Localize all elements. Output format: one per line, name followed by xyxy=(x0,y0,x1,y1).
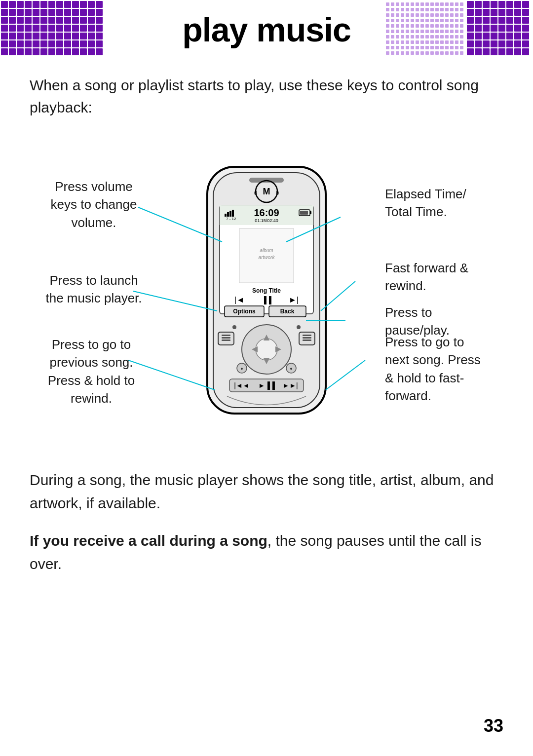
svg-rect-90 xyxy=(88,48,95,55)
svg-rect-227 xyxy=(455,24,458,28)
svg-rect-217 xyxy=(406,24,409,28)
svg-rect-104 xyxy=(491,9,497,16)
svg-rect-73 xyxy=(56,40,63,47)
svg-rect-144 xyxy=(491,48,497,55)
svg-rect-183 xyxy=(396,13,399,17)
svg-rect-267 xyxy=(416,40,419,44)
svg-rect-146 xyxy=(506,48,513,55)
svg-rect-307 xyxy=(455,51,458,55)
annotation-prev-song: Press to go toprevious song.Press & hold… xyxy=(35,336,148,408)
svg-rect-326 xyxy=(310,211,311,214)
call-during-song-bold: If you receive a call during a song xyxy=(30,532,267,549)
svg-rect-174 xyxy=(430,8,434,11)
svg-rect-96 xyxy=(491,1,497,8)
svg-rect-276 xyxy=(460,40,463,44)
svg-rect-83 xyxy=(33,48,39,55)
svg-rect-238 xyxy=(430,30,434,33)
svg-rect-224 xyxy=(440,24,444,28)
svg-rect-85 xyxy=(48,48,55,55)
svg-rect-258 xyxy=(450,35,454,38)
svg-rect-99 xyxy=(514,1,521,8)
svg-rect-320 xyxy=(229,211,231,217)
svg-rect-165 xyxy=(386,8,389,11)
svg-rect-194 xyxy=(450,13,454,17)
svg-text:16:09: 16:09 xyxy=(254,207,279,218)
svg-rect-16 xyxy=(17,9,24,16)
svg-rect-139 xyxy=(514,40,521,47)
svg-rect-27 xyxy=(1,17,8,24)
svg-rect-108 xyxy=(522,9,529,16)
svg-text:M: M xyxy=(263,187,270,196)
phone-svg: M 0 0 7 - 12 16:09 01 xyxy=(202,162,331,418)
svg-rect-71 xyxy=(40,40,47,47)
svg-rect-286 xyxy=(430,46,434,49)
svg-rect-106 xyxy=(506,9,513,16)
svg-rect-32 xyxy=(40,17,47,24)
svg-rect-273 xyxy=(445,40,449,44)
svg-rect-115 xyxy=(514,17,521,24)
svg-rect-284 xyxy=(420,46,424,49)
svg-text:Back: Back xyxy=(280,308,295,315)
annotation-volume: Press volumekeys to changevolume. xyxy=(39,178,148,231)
svg-rect-244 xyxy=(460,30,463,33)
svg-line-369 xyxy=(326,360,365,390)
svg-rect-272 xyxy=(440,40,444,44)
svg-rect-102 xyxy=(475,9,482,16)
svg-rect-195 xyxy=(455,13,458,17)
svg-text:0: 0 xyxy=(276,190,279,196)
svg-rect-18 xyxy=(33,9,39,16)
svg-rect-274 xyxy=(450,40,454,44)
svg-rect-3 xyxy=(17,1,24,8)
svg-rect-19 xyxy=(40,9,47,16)
svg-rect-98 xyxy=(506,1,513,8)
svg-rect-29 xyxy=(17,17,24,24)
svg-rect-152 xyxy=(401,2,404,6)
svg-rect-49 xyxy=(72,25,79,32)
svg-rect-254 xyxy=(430,35,434,38)
svg-rect-91 xyxy=(96,48,103,55)
svg-rect-38 xyxy=(88,17,95,24)
svg-rect-277 xyxy=(386,46,389,49)
svg-rect-20 xyxy=(48,9,55,16)
svg-rect-269 xyxy=(425,40,429,44)
svg-rect-4 xyxy=(25,1,32,8)
svg-rect-86 xyxy=(56,48,63,55)
svg-rect-182 xyxy=(391,13,394,17)
svg-rect-114 xyxy=(506,17,513,24)
svg-rect-95 xyxy=(483,1,490,8)
svg-rect-145 xyxy=(498,48,505,55)
svg-rect-135 xyxy=(483,40,490,47)
svg-rect-31 xyxy=(33,17,39,24)
svg-rect-188 xyxy=(420,13,424,17)
svg-rect-53 xyxy=(1,33,8,39)
svg-rect-81 xyxy=(17,48,24,55)
svg-rect-24 xyxy=(80,9,87,16)
svg-rect-55 xyxy=(17,33,24,39)
svg-rect-15 xyxy=(9,9,16,16)
svg-rect-268 xyxy=(420,40,424,44)
svg-rect-203 xyxy=(416,19,419,22)
svg-rect-347 xyxy=(303,337,311,339)
svg-rect-193 xyxy=(445,13,449,17)
svg-rect-255 xyxy=(435,35,439,38)
svg-rect-36 xyxy=(72,17,79,24)
svg-rect-33 xyxy=(48,17,55,24)
svg-rect-230 xyxy=(391,30,394,33)
svg-rect-226 xyxy=(450,24,454,28)
svg-rect-107 xyxy=(514,9,521,16)
svg-rect-111 xyxy=(483,17,490,24)
svg-rect-216 xyxy=(401,24,404,28)
svg-rect-260 xyxy=(460,35,463,38)
svg-rect-211 xyxy=(455,19,458,22)
svg-rect-44 xyxy=(33,25,39,32)
svg-rect-207 xyxy=(435,19,439,22)
svg-rect-236 xyxy=(420,30,424,33)
svg-rect-26 xyxy=(96,9,103,16)
svg-rect-206 xyxy=(430,19,434,22)
svg-rect-191 xyxy=(435,13,439,17)
intro-paragraph: When a song or playlist starts to play, … xyxy=(30,74,503,118)
svg-rect-225 xyxy=(445,24,449,28)
svg-rect-9 xyxy=(64,1,71,8)
svg-rect-293 xyxy=(386,51,389,55)
svg-rect-119 xyxy=(483,25,490,32)
